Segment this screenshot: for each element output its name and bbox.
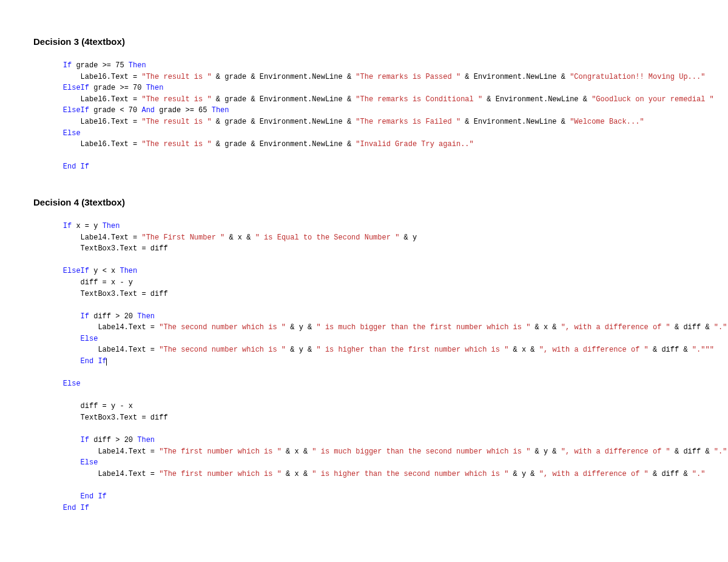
plain: & Environment.NewLine &	[460, 118, 570, 126]
plain: Label4.Text =	[46, 470, 159, 478]
plain: & x &	[508, 346, 539, 354]
cond: y < x	[89, 267, 120, 275]
plain: Label4.Text =	[46, 346, 159, 354]
str: "The result is "	[141, 95, 211, 104]
str: "The second number which is "	[159, 346, 286, 354]
plain: & y &	[530, 447, 561, 456]
cond: diff > 20	[89, 312, 137, 321]
str: "The result is "	[141, 140, 211, 149]
cond: x = y	[72, 222, 102, 230]
kw-and: And	[141, 106, 155, 115]
kw-if: If	[63, 222, 72, 230]
plain: Label6.Text =	[46, 118, 141, 126]
kw-then: Then	[212, 106, 229, 115]
kw-elseif: ElseIf	[63, 106, 89, 115]
code-block-decision3: If grade >= 75 Then Label6.Text = "The r…	[46, 60, 695, 173]
plain: TextBox3.Text = diff	[46, 244, 168, 253]
str: "The remarks is Conditional "	[356, 95, 482, 104]
kw-endif: End If	[63, 162, 89, 171]
str: "."""	[692, 346, 714, 354]
kw-elseif: ElseIf	[63, 267, 89, 275]
plain: Label6.Text =	[46, 140, 141, 149]
kw-endif: End If	[81, 357, 107, 366]
heading-decision4: Decision 4 (3textbox)	[33, 197, 695, 207]
str: " is much bigger than the second number …	[312, 447, 530, 456]
cond: grade < 70	[89, 106, 141, 115]
code-block-decision4: If x = y Then Label4.Text = "The First N…	[46, 221, 695, 513]
str: " is higher than the second number which…	[312, 470, 508, 478]
kw-then: Then	[146, 84, 164, 92]
str: " is much bigger than the first number w…	[317, 323, 531, 332]
str: ", with a difference of "	[539, 470, 649, 478]
str: "The result is "	[141, 73, 211, 81]
str: ", with a difference of "	[539, 346, 649, 354]
str: "."	[692, 470, 706, 478]
plain: Label4.Text =	[46, 447, 159, 456]
plain: & y &	[508, 470, 539, 478]
kw-then: Then	[137, 312, 155, 321]
kw-then: Then	[137, 436, 155, 444]
plain: TextBox3.Text = diff	[46, 290, 168, 298]
heading-decision3: Decision 3 (4textbox)	[33, 36, 695, 47]
str: "."	[714, 447, 727, 456]
str: ", with a difference of "	[561, 323, 670, 332]
plain: Label6.Text =	[46, 73, 141, 81]
cond: grade >= 75	[72, 61, 129, 70]
plain: & y	[399, 233, 417, 242]
kw-else: Else	[63, 129, 81, 138]
plain: & x &	[281, 470, 312, 478]
str: "The First Number "	[141, 233, 224, 242]
str: "Welcome Back..."	[570, 118, 644, 126]
plain: & grade & Environment.NewLine &	[212, 118, 356, 126]
plain: & y &	[286, 346, 316, 354]
plain: diff = y - x	[46, 402, 133, 410]
str: "The remarks is Failed "	[356, 118, 460, 126]
plain: & grade & Environment.NewLine &	[212, 140, 356, 149]
str: "The result is "	[141, 118, 211, 126]
str: " is higher than the first number which …	[317, 346, 509, 354]
plain: & diff &	[649, 470, 692, 478]
plain: Label4.Text =	[46, 233, 141, 242]
text-cursor	[106, 358, 107, 366]
plain: & x &	[530, 323, 561, 332]
plain: & grade & Environment.NewLine &	[212, 73, 356, 81]
plain: & Environment.NewLine &	[460, 73, 570, 81]
kw-endif: End If	[63, 504, 89, 512]
str: "The remarks is Passed "	[356, 73, 460, 81]
plain: & diff &	[670, 323, 714, 332]
plain: & diff &	[670, 447, 714, 456]
str: "Invalid Grade Try again.."	[356, 140, 473, 149]
cond: grade >= 65	[155, 106, 212, 115]
plain: & diff &	[649, 346, 692, 354]
kw-if: If	[81, 436, 89, 444]
kw-else: Else	[81, 458, 98, 467]
str: "The first number which is "	[159, 447, 281, 456]
str: "The first number which is "	[159, 470, 281, 478]
str: "The second number which is "	[159, 323, 286, 332]
kw-else: Else	[63, 380, 81, 388]
kw-then: Then	[129, 61, 146, 70]
kw-else: Else	[81, 335, 98, 343]
str: "Goodluck on your remedial "	[592, 95, 714, 104]
cond: diff > 20	[89, 436, 137, 444]
str: "."	[714, 323, 727, 332]
plain: Label6.Text =	[46, 95, 141, 104]
kw-endif: End If	[81, 492, 107, 501]
plain: & x &	[281, 447, 312, 456]
plain: & y &	[286, 323, 316, 332]
str: ", with a difference of "	[561, 447, 670, 456]
kw-if: If	[63, 61, 72, 70]
cond: grade >= 70	[89, 84, 146, 92]
kw-then: Then	[103, 222, 120, 230]
str: " is Equal to the Second Number "	[255, 233, 400, 242]
plain: diff = x - y	[46, 278, 133, 287]
plain: Label4.Text =	[46, 323, 159, 332]
plain: & Environment.NewLine &	[482, 95, 592, 104]
kw-if: If	[81, 312, 89, 321]
kw-elseif: ElseIf	[63, 84, 89, 92]
kw-then: Then	[120, 267, 137, 275]
plain: TextBox3.Text = diff	[46, 413, 168, 422]
plain: & grade & Environment.NewLine &	[212, 95, 356, 104]
plain: & x &	[224, 233, 255, 242]
str: "Congratulation!! Moving Up..."	[570, 73, 705, 81]
